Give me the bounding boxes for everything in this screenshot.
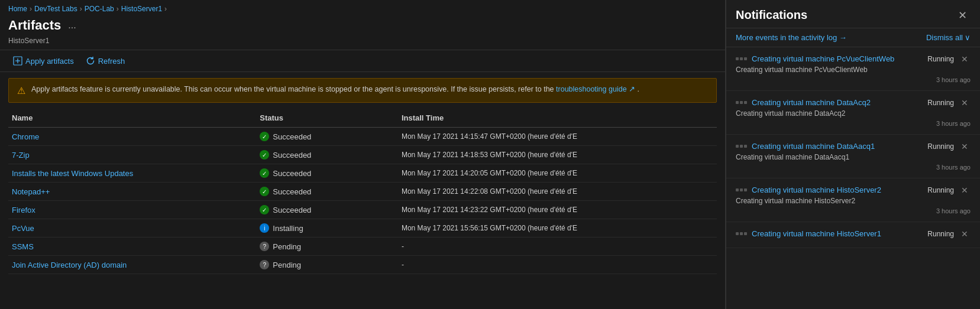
status-cell: ?Pending	[260, 242, 394, 251]
breadcrumb-home[interactable]: Home	[8, 5, 27, 13]
notification-item: Creating virtual machine HistoServer2 Ru…	[726, 178, 980, 222]
notifications-list: Creating virtual machine PcVueClientWeb …	[726, 47, 980, 309]
notif-dot	[744, 101, 747, 104]
notif-item-title-link[interactable]: Creating virtual machine HistoServer2	[752, 186, 881, 194]
notif-item-description: Creating virtual machine HistoServer2	[736, 197, 971, 205]
status-icon: i	[260, 223, 269, 233]
status-icon: ✓	[260, 150, 269, 160]
notif-item-close-button[interactable]: ✕	[959, 99, 971, 107]
table-row: SSMS?Pending-	[8, 238, 717, 256]
status-badge: Succeeded	[273, 169, 311, 178]
install-time: Mon May 17 2021 14:22:08 GMT+0200 (heure…	[398, 183, 717, 201]
breadcrumb: Home › DevTest Labs › POC-Lab › HistoSer…	[0, 0, 725, 15]
col-header-status: Status	[256, 109, 398, 128]
notif-item-time: 3 hours ago	[736, 120, 971, 127]
status-badge: Pending	[273, 242, 301, 251]
artifact-name-link[interactable]: 7-Zip	[12, 151, 30, 160]
activity-log-link[interactable]: More events in the activity log →	[736, 33, 847, 42]
notif-item-description: Creating virtual machine PcVueClientWeb	[736, 66, 971, 74]
toolbar: Apply artifacts Refresh	[0, 50, 725, 72]
refresh-button[interactable]: Refresh	[81, 54, 130, 68]
artifact-name-link[interactable]: PcVue	[12, 224, 34, 233]
table-row: Notepad++✓SucceededMon May 17 2021 14:22…	[8, 183, 717, 201]
notif-item-title-link[interactable]: Creating virtual machine DataAcq2	[752, 98, 871, 107]
dismiss-all-button[interactable]: Dismiss all ∨	[926, 33, 971, 42]
notif-dot	[744, 188, 747, 191]
install-time: Mon May 17 2021 14:20:05 GMT+0200 (heure…	[398, 164, 717, 183]
notifications-actions: More events in the activity log → Dismis…	[726, 28, 980, 47]
status-cell: ✓Succeeded	[260, 205, 394, 214]
notif-item-description: Creating virtual machine DataAacq1	[736, 153, 971, 161]
notif-item-close-button[interactable]: ✕	[959, 186, 971, 194]
artifacts-table: Name Status Install Time Chrome✓Succeede…	[0, 109, 725, 309]
install-time: -	[398, 256, 717, 274]
page-title: Artifacts	[8, 18, 61, 33]
notif-item-title-link[interactable]: Creating virtual machine HistoServer1	[752, 229, 881, 238]
status-icon: ✓	[260, 187, 269, 196]
notif-dot	[740, 232, 743, 235]
status-cell: ?Pending	[260, 260, 394, 269]
notif-item-status: Running	[927, 55, 954, 63]
notif-item-close-button[interactable]: ✕	[959, 142, 971, 151]
notif-status-dots	[736, 145, 747, 148]
notif-item-header: Creating virtual machine HistoServer1 Ru…	[736, 229, 971, 238]
notif-item-description: Creating virtual machine DataAcq2	[736, 109, 971, 118]
notification-item: Creating virtual machine PcVueClientWeb …	[726, 47, 980, 91]
install-time: -	[398, 238, 717, 256]
artifact-name-link[interactable]: Notepad++	[12, 187, 50, 196]
apply-icon	[13, 56, 22, 66]
table-row: Installs the latest Windows Updates✓Succ…	[8, 164, 717, 183]
install-time: Mon May 17 2021 15:56:15 GMT+0200 (heure…	[398, 219, 717, 238]
table-row: 7-Zip✓SucceededMon May 17 2021 14:18:53 …	[8, 146, 717, 164]
notif-dot	[740, 145, 743, 148]
artifact-name-link[interactable]: SSMS	[12, 242, 34, 251]
notification-item: Creating virtual machine DataAacq1 Runni…	[726, 135, 980, 178]
refresh-icon	[86, 56, 95, 66]
notif-dot	[744, 232, 747, 235]
status-cell: ✓Succeeded	[260, 150, 394, 160]
notif-item-header: Creating virtual machine HistoServer2 Ru…	[736, 186, 971, 194]
more-options-button[interactable]: ...	[66, 20, 78, 31]
apply-artifacts-label: Apply artifacts	[25, 57, 74, 66]
status-badge: Succeeded	[273, 151, 311, 160]
breadcrumb-devtest[interactable]: DevTest Labs	[34, 5, 77, 13]
status-icon: ?	[260, 242, 269, 251]
chevron-down-icon: ∨	[965, 33, 971, 42]
notif-dot	[736, 57, 739, 60]
install-time: Mon May 17 2021 14:18:53 GMT+0200 (heure…	[398, 146, 717, 164]
status-cell: ✓Succeeded	[260, 187, 394, 196]
notif-dot	[744, 57, 747, 60]
artifact-name-link[interactable]: Firefox	[12, 206, 35, 214]
status-cell: ✓Succeeded	[260, 168, 394, 178]
breadcrumb-server[interactable]: HistoServer1	[121, 5, 162, 13]
notifications-close-button[interactable]: ✕	[955, 9, 971, 22]
warning-banner: ⚠ Apply artifacts feature is currently u…	[8, 78, 717, 103]
warning-icon: ⚠	[17, 85, 25, 96]
artifact-name-link[interactable]: Join Active Directory (AD) domain	[12, 261, 127, 269]
notif-item-time: 3 hours ago	[736, 76, 971, 83]
troubleshooting-link[interactable]: troubleshooting guide ↗	[556, 85, 638, 93]
notif-item-title-link[interactable]: Creating virtual machine PcVueClientWeb	[752, 54, 894, 63]
artifact-name-link[interactable]: Installs the latest Windows Updates	[12, 169, 133, 178]
status-badge: Succeeded	[273, 206, 311, 214]
status-icon: ✓	[260, 168, 269, 178]
notif-item-title-link[interactable]: Creating virtual machine DataAacq1	[752, 142, 875, 151]
notifications-title: Notifications	[736, 8, 807, 22]
main-content: Home › DevTest Labs › POC-Lab › HistoSer…	[0, 0, 726, 309]
notif-item-close-button[interactable]: ✕	[959, 230, 971, 238]
apply-artifacts-button[interactable]: Apply artifacts	[8, 54, 79, 68]
status-icon: ✓	[260, 205, 269, 214]
table-row: PcVueiInstallingMon May 17 2021 15:56:15…	[8, 219, 717, 238]
notif-item-close-button[interactable]: ✕	[959, 55, 971, 63]
notif-status-dots	[736, 101, 747, 104]
notif-item-header: Creating virtual machine DataAcq2 Runnin…	[736, 98, 971, 107]
status-icon: ?	[260, 260, 269, 269]
table-row: Firefox✓SucceededMon May 17 2021 14:23:2…	[8, 201, 717, 219]
breadcrumb-sep1: ›	[30, 5, 32, 13]
breadcrumb-sep3: ›	[117, 5, 119, 13]
breadcrumb-poc-lab[interactable]: POC-Lab	[85, 5, 114, 13]
notification-item: Creating virtual machine HistoServer1 Ru…	[726, 222, 980, 248]
notif-item-status: Running	[927, 186, 954, 194]
artifact-name-link[interactable]: Chrome	[12, 132, 39, 141]
col-header-install-time: Install Time	[398, 109, 717, 128]
